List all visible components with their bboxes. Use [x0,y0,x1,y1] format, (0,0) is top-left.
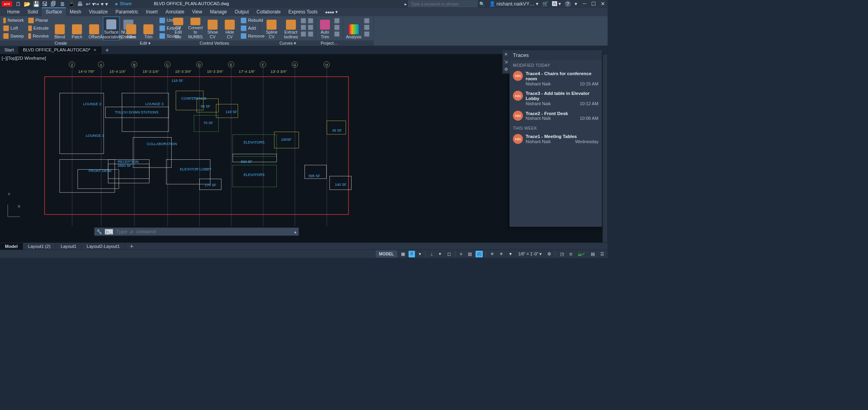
menutab-surface[interactable]: Surface [42,8,66,16]
saveall-icon[interactable]: 🗐 [50,1,56,7]
menutab-parametric[interactable]: Parametric [112,8,142,16]
convert-nurbs-button[interactable]: Convert to NURBS [187,17,204,40]
dropdown-icon[interactable]: ▾ [417,251,423,257]
sweep-button[interactable]: Sweep [1,32,26,40]
extract-isolines-button[interactable]: Extract Isolines [283,17,299,40]
scale-button[interactable]: 1/8" = 1'-0" ▾ [516,251,543,257]
trim-button[interactable]: Trim [140,17,157,40]
hide-cv-button[interactable]: Hide CV [221,17,238,40]
gizmo-icon[interactable]: ✳ [488,251,495,257]
user-button[interactable]: 👤 nishant.naikVY… ▾ [489,1,538,7]
trace-item[interactable]: NNTrace2 - Front DeskNishant Naik10:08 A… [510,108,602,123]
cloud-icon[interactable]: ⬓✔ [576,251,587,257]
gizmo2-icon[interactable]: ✳ [497,251,505,257]
layout-tab[interactable]: Layout1 [56,243,82,249]
auto-trim-button[interactable]: Auto Trim [317,17,333,40]
project-icon[interactable] [335,25,340,30]
analysis-icon[interactable] [364,18,369,23]
search-icon[interactable]: 🔍 [479,1,485,6]
undo-icon[interactable]: ↩ ▾ [86,0,92,7]
curve-icon[interactable] [301,32,306,37]
app-logo[interactable]: ACAD [2,1,12,7]
panel-title-curves[interactable]: Curves ▾ [260,40,315,45]
project-icon[interactable] [335,18,340,23]
saveas-icon[interactable]: 🖫 [42,1,47,7]
close-tab-icon[interactable]: ✕ [93,48,96,52]
wrench-icon[interactable]: 🔧 [96,229,102,234]
open-icon[interactable]: 📂 [24,0,30,7]
minimize-icon[interactable]: ─ [583,1,586,7]
analysis-button[interactable]: Analysis [344,17,363,40]
project-icon[interactable] [335,32,340,37]
filter-icon[interactable]: ▼ [507,251,514,257]
doctab[interactable]: Start [0,46,19,53]
apps-button[interactable]: ▾ [321,8,342,16]
lineweight-icon[interactable]: ≡ [458,251,464,257]
view-label[interactable]: [−][Top][2D Wireframe] [2,56,46,61]
menutab-output[interactable]: Output [231,8,253,16]
gear-icon[interactable]: ⚙ [504,67,508,72]
share-button[interactable]: ➤ Share [115,1,132,6]
publish-icon[interactable]: 📱 [68,0,74,7]
menutab-annotate[interactable]: Annotate [162,8,188,16]
panel-title-edit[interactable]: Edit ▾ [122,40,168,45]
selection-icon[interactable]: ◰ [475,251,482,257]
model-space-button[interactable]: MODEL [376,251,397,258]
curve-icon[interactable] [301,25,306,30]
command-line[interactable]: 🔧 ▷_ ▴ [94,227,299,236]
menutab-solid[interactable]: Solid [24,8,42,16]
command-input[interactable] [116,229,292,234]
menutab-express-tools[interactable]: Express Tools [284,8,321,16]
curve-icon[interactable] [308,18,313,23]
show-cv-button[interactable]: Show CV [204,17,221,40]
trace-item[interactable]: NNTrace1 - Meeting TablesNishant NaikWed… [510,132,602,146]
save-icon[interactable]: 💾 [33,0,39,7]
layout-tab[interactable]: Model [0,243,23,249]
polar-icon[interactable]: ✦ [437,251,444,257]
trace-item[interactable]: NNTrace3 - Add table in Elevator LobbyNi… [510,89,602,108]
close-icon[interactable]: ✕ [601,1,605,7]
redo-icon[interactable]: ↪ ▾ [95,0,100,7]
revolve-button[interactable]: Revolve [26,32,51,40]
menutab-home[interactable]: Home [3,8,23,16]
blend-button[interactable]: Blend [51,17,68,40]
customize-icon[interactable]: ▤ [589,251,596,257]
search-input[interactable] [408,0,478,7]
menutab-visualize[interactable]: Visualize [85,8,112,16]
gear-icon[interactable]: ⚙ [546,251,553,257]
close-icon[interactable]: ✕ [504,52,508,57]
plot-icon[interactable]: 🗎 [59,1,65,7]
traces-side-tab[interactable]: TRACES [602,148,607,167]
spline-cv-button[interactable]: Spline CV [261,17,282,40]
autodesk-icon[interactable]: 🅰 ▾ [552,1,561,7]
maximize-icon[interactable]: ☐ [591,1,596,7]
planar-button[interactable]: Planar [26,17,51,25]
surface-associativity-button[interactable]: Surface Associativity [103,17,119,40]
search-toggle-icon[interactable]: ▸ [405,1,407,6]
curve-icon[interactable] [308,32,313,37]
help-icon[interactable]: ? [565,1,571,7]
pin-icon[interactable]: ⇲ [504,59,508,64]
menutab-mesh[interactable]: Mesh [66,8,85,16]
curve-icon[interactable] [308,25,313,30]
analysis-icon[interactable] [364,25,369,30]
menutab-manage[interactable]: Manage [206,8,231,16]
snap-icon[interactable]: ⠿ [408,251,415,257]
doctab[interactable]: BLVD OFFICE_PLAN-AUTOCAD*✕ [19,46,101,53]
grid-icon[interactable]: ▦ [399,251,406,257]
extrude-button[interactable]: Extrude [26,25,51,32]
ortho-icon[interactable]: ⟂ [429,251,435,257]
curve-icon[interactable] [301,18,306,23]
new-icon[interactable]: 🗋 [15,1,21,7]
layout-tab[interactable]: Layout2-Layout1 [82,243,125,249]
cart-icon[interactable]: 🛒 [542,1,548,7]
new-tab-button[interactable]: ＋ [101,45,113,55]
new-layout-button[interactable]: ＋ [125,242,138,251]
layout-tab[interactable]: Layout1 (2) [23,243,56,249]
loft-button[interactable]: Loft [1,25,26,32]
network-button[interactable]: Network [1,17,26,25]
osnap-icon[interactable]: ◻ [446,251,452,257]
cv-edit-bar-button[interactable]: CV Edit Bar [170,17,187,40]
print-icon[interactable]: 🖶 [77,1,83,7]
qat-dropdown-icon[interactable]: ▾ [104,0,110,7]
